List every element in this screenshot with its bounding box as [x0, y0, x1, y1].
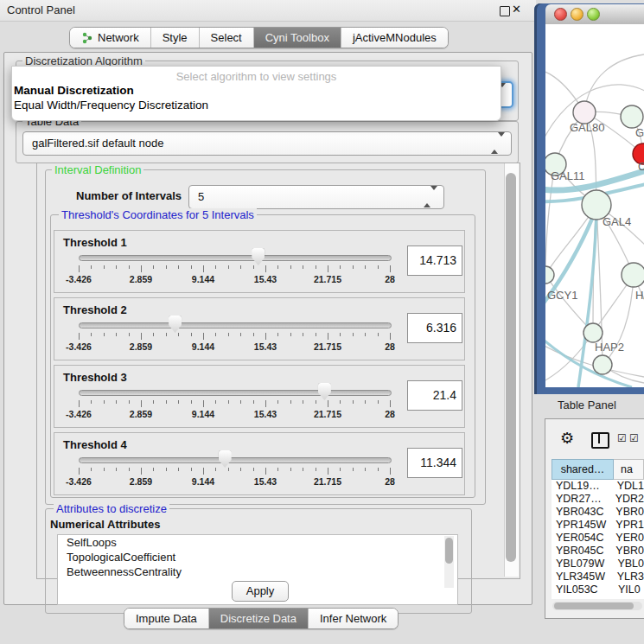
- tab-network-label: Network: [98, 31, 139, 44]
- tab-select[interactable]: Select: [200, 28, 254, 48]
- table-row[interactable]: YBR043CYBR0: [552, 506, 644, 519]
- node-top-right: [621, 105, 643, 128]
- window-zoom-traffic-light[interactable]: [587, 8, 600, 21]
- list-scrollbar[interactable]: [444, 536, 454, 588]
- checkbox-icon[interactable]: ☑: [617, 432, 627, 444]
- bottom-tab-bar: Impute Data Discretize Data Infer Networ…: [124, 608, 399, 629]
- node-bottom-partial: [593, 355, 612, 374]
- panel-title: Control Panel: [7, 3, 75, 16]
- list-item[interactable]: BetweennessCentrality: [58, 564, 457, 579]
- table-row[interactable]: YDL19…YDL1: [552, 480, 644, 493]
- slider-ticks: [79, 265, 390, 272]
- column-header-shared-name[interactable]: shared…: [552, 459, 614, 480]
- threshold-1-slider-thumb[interactable]: [252, 248, 265, 265]
- float-window-icon[interactable]: [500, 6, 510, 16]
- threshold-2-label: Threshold 2: [63, 303, 127, 316]
- table-row[interactable]: YLR345WYLR3: [552, 571, 644, 583]
- tab-discretize-data-label: Discretize Data: [220, 612, 296, 625]
- threshold-4-panel: Threshold 4 -3.4262.8599.14415.4321.7152…: [54, 432, 465, 495]
- table-row[interactable]: YBR045CYBR0: [552, 545, 644, 558]
- slider-ticks: [79, 333, 390, 340]
- table-row[interactable]: YDR27…YDR2: [552, 493, 644, 506]
- threshold-2-panel: Threshold 2 -3.4262.8599.14415.4321.7152…: [54, 297, 465, 360]
- threshold-4-value-field[interactable]: 11.344: [407, 448, 462, 478]
- threshold-4-slider-thumb[interactable]: [219, 450, 232, 468]
- window-minimize-traffic-light[interactable]: [571, 8, 583, 21]
- top-tab-bar: Network Style Select Cyni Toolbox jActiv…: [69, 27, 449, 48]
- number-of-intervals-combobox[interactable]: 5: [188, 185, 444, 209]
- split-columns-icon[interactable]: [591, 432, 609, 449]
- node-label-gcy1: GCY1: [547, 289, 577, 302]
- tab-impute-data[interactable]: Impute Data: [124, 609, 209, 628]
- threshold-1-slider-track[interactable]: [79, 255, 392, 261]
- tab-jactivemnodules-label: jActiveMNodules: [353, 31, 437, 44]
- node-label-gal80: GAL80: [570, 121, 604, 134]
- number-of-intervals-value: 5: [189, 190, 204, 203]
- slider-tick-labels: -3.4262.8599.14415.4321.71528: [79, 476, 390, 488]
- node-right-mid: [622, 263, 644, 287]
- list-item[interactable]: SelfLoops: [58, 535, 457, 550]
- algorithm-dropdown-popup: Select algorithm to view settings Manual…: [11, 66, 501, 121]
- threshold-2-slider-track[interactable]: [79, 322, 392, 328]
- table-panel-title: Table Panel: [558, 399, 616, 411]
- thresholds-group-title: Threshold's Coordinates for 5 Intervals: [59, 208, 257, 221]
- node-hap2: [583, 323, 603, 342]
- list-item[interactable]: TopologicalCoefficient: [58, 550, 457, 564]
- node-label-clipped-c: C: [638, 160, 644, 173]
- threshold-3-panel: Threshold 3 -3.4262.8599.14415.4321.7152…: [54, 365, 465, 428]
- table-row[interactable]: YBL079WYBL0: [552, 558, 644, 571]
- checkbox-icon[interactable]: ☑: [629, 432, 639, 444]
- node-label-gal4: GAL4: [603, 215, 631, 228]
- panel-scrollbar-thumb[interactable]: [506, 173, 516, 562]
- slider-tick-labels: -3.4262.8599.14415.4321.71528: [79, 341, 390, 354]
- numerical-attributes-label: Numerical Attributes: [50, 518, 160, 531]
- table-row[interactable]: YIL053CYIL0: [552, 583, 644, 596]
- tab-cyni-toolbox-label: Cyni Toolbox: [265, 31, 329, 44]
- node-label-clipped-ha: HA: [635, 289, 644, 302]
- node-label-gal11: GAL11: [551, 169, 585, 182]
- threshold-1-label: Threshold 1: [63, 236, 127, 249]
- node-label-clipped-ga: GA: [635, 126, 644, 139]
- combo-down-arrow-icon: [498, 132, 505, 150]
- column-header-name[interactable]: na: [614, 459, 644, 480]
- table-data-combobox[interactable]: galFiltered.sif default node: [22, 131, 512, 156]
- dropdown-option-manual-discretization[interactable]: Manual Discretization: [12, 83, 501, 98]
- threshold-3-slider-thumb[interactable]: [318, 383, 331, 400]
- table-horizontal-scrollbar[interactable]: [552, 602, 642, 610]
- threshold-2-slider-thumb[interactable]: [169, 316, 182, 333]
- window-close-traffic-light[interactable]: [554, 8, 567, 21]
- number-of-intervals-label: Number of Intervals: [76, 189, 182, 202]
- threshold-3-value-field[interactable]: 21.4: [407, 380, 462, 411]
- dropdown-placeholder-item: Select algorithm to view settings: [12, 70, 501, 83]
- threshold-2-value-field[interactable]: 6.316: [407, 313, 462, 343]
- threshold-1-panel: Threshold 1 -3.4262.8599.14415.4321.7152…: [54, 230, 465, 293]
- control-panel-titlebar: Control Panel ✕: [0, 0, 536, 22]
- table-row[interactable]: YPR145WYPR1: [552, 519, 644, 532]
- threshold-3-label: Threshold 3: [63, 371, 127, 384]
- threshold-4-label: Threshold 4: [63, 438, 127, 451]
- tab-cyni-toolbox[interactable]: Cyni Toolbox: [254, 28, 341, 48]
- tab-infer-network[interactable]: Infer Network: [309, 609, 398, 628]
- tab-impute-data-label: Impute Data: [136, 612, 197, 625]
- gear-icon[interactable]: ⚙: [560, 429, 574, 447]
- network-canvas[interactable]: GAL80 GA C GAL11 GAL4 GCY1 HA HAP2: [545, 24, 644, 387]
- slider-ticks: [79, 468, 390, 475]
- slider-tick-labels: -3.4262.8599.14415.4321.71528: [79, 409, 390, 421]
- table-header-row: shared… na: [552, 459, 644, 480]
- dropdown-option-equal-width-frequency[interactable]: Equal Width/Frequency Discretization: [12, 98, 501, 112]
- threshold-3-slider-track[interactable]: [79, 390, 392, 396]
- tab-style-label: Style: [163, 31, 188, 44]
- table-row[interactable]: YER054CYER0: [552, 532, 644, 545]
- tab-jactivemnodules[interactable]: jActiveMNodules: [341, 28, 448, 48]
- tab-discretize-data[interactable]: Discretize Data: [209, 609, 309, 628]
- close-icon[interactable]: ✕: [512, 3, 521, 16]
- tab-style[interactable]: Style: [151, 28, 200, 48]
- table-data-selected-value: galFiltered.sif default node: [23, 137, 163, 150]
- tab-network[interactable]: Network: [70, 28, 151, 48]
- apply-button[interactable]: Apply: [232, 581, 289, 602]
- attributes-group-title: Attributes to discretize: [54, 502, 169, 515]
- threshold-4-slider-track[interactable]: [79, 457, 392, 463]
- threshold-1-value-field[interactable]: 14.713: [407, 245, 462, 276]
- node-gcy1: [545, 266, 554, 284]
- slider-tick-labels: -3.4262.8599.14415.4321.71528: [79, 274, 390, 286]
